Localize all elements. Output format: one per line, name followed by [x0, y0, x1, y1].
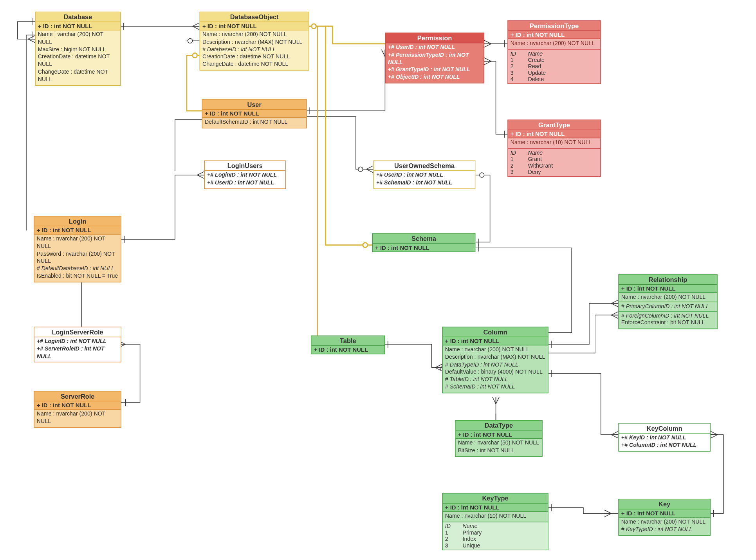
entity-pk: + ID : int NOT NULL [508, 130, 600, 138]
entity-permission[interactable]: Permission +# UserID : int NOT NULL +# P… [385, 33, 484, 83]
entity-pk: + ID : int NOT NULL [202, 110, 306, 118]
entity-user[interactable]: User + ID : int NOT NULL DefaultSchemaID… [202, 99, 307, 128]
entity-title: Permission [386, 33, 484, 43]
entity-attrs: +# KeyID : int NOT NULL +# ColumnID : in… [619, 434, 710, 451]
entity-title: DatabaseObject [200, 12, 309, 22]
entity-pk: + ID : int NOT NULL [443, 504, 548, 512]
entity-pk: + ID : int NOT NULL [619, 509, 710, 518]
entity-pk: + ID : int NOT NULL [456, 431, 542, 439]
entity-attrs: +# LoginID : int NOT NULL +# ServerRoleI… [34, 337, 121, 362]
entity-table[interactable]: Table + ID : int NOT NULL [311, 336, 385, 354]
entity-title: ServerRole [34, 392, 121, 401]
entity-attrs: DefaultSchemaID : int NOT NULL [202, 118, 306, 128]
entity-key[interactable]: Key + ID : int NOT NULL Name : nvarchar … [618, 499, 710, 535]
entity-attrs: +# LoginID : int NOT NULL +# UserID : in… [205, 171, 285, 188]
entity-attrs: Name : nvarchar (200) NOT NULL Descripti… [443, 345, 548, 393]
entity-attrs: Name : nvarchar (200) NOT NULL Descripti… [200, 30, 309, 70]
entity-loginserverrole[interactable]: LoginServerRole +# LoginID : int NOT NUL… [34, 327, 121, 363]
entity-attrs: Name : nvarchar (10) NOT NULL [443, 512, 548, 522]
entity-title: Schema [373, 234, 475, 244]
entity-rows: IDName 1Grant 2WithGrant 3Deny [508, 148, 600, 176]
entity-title: Login [34, 217, 121, 226]
entity-title: KeyColumn [619, 424, 710, 434]
entity-granttype[interactable]: GrantType + ID : int NOT NULL Name : nva… [507, 119, 601, 177]
entity-loginusers[interactable]: LoginUsers +# LoginID : int NOT NULL +# … [204, 161, 286, 189]
entity-title: PermissionType [508, 21, 600, 31]
entity-attrs: Name : nvarchar (200) NOT NULL # KeyType… [619, 518, 710, 535]
entity-schema[interactable]: Schema + ID : int NOT NULL [372, 233, 476, 252]
entity-datatype[interactable]: DataType + ID : int NOT NULL Name : nvar… [455, 420, 543, 457]
entity-permissiontype[interactable]: PermissionType + ID : int NOT NULL Name … [507, 20, 601, 84]
entity-attrs: Name : nvarchar (50) NOT NULL BitSize : … [456, 439, 542, 456]
entity-attrs: Name : nvarchar (200) NOT NULL Password … [34, 235, 121, 282]
entity-attrs: Name : nvarchar (200) NOT NULL [34, 410, 121, 427]
entity-rows: IDName 1Primary 2Index 3Unique [443, 522, 548, 550]
entity-keycolumn[interactable]: KeyColumn +# KeyID : int NOT NULL +# Col… [618, 423, 710, 451]
entity-keytype[interactable]: KeyType + ID : int NOT NULL Name : nvarc… [442, 493, 548, 550]
entity-attrs: Name : nvarchar (200) NOT NULL [508, 39, 600, 49]
entity-title: LoginUsers [205, 161, 285, 171]
entity-pk: + ID : int NOT NULL [36, 22, 120, 31]
entity-pk: + ID : int NOT NULL [508, 31, 600, 39]
entity-title: User [202, 100, 306, 110]
entity-title: Column [443, 327, 548, 337]
entity-pk: + ID : int NOT NULL [34, 401, 121, 410]
entity-pk: + ID : int NOT NULL [34, 226, 121, 235]
entity-column[interactable]: Column + ID : int NOT NULL Name : nvarch… [442, 327, 548, 393]
entity-attrs: +# UserID : int NOT NULL +# SchemaID : i… [374, 171, 475, 188]
entity-pk: + ID : int NOT NULL [443, 337, 548, 345]
entity-title: DataType [456, 421, 542, 430]
entity-title: UserOwnedSchema [374, 161, 475, 171]
entity-title: Table [312, 336, 384, 346]
entity-attrs: Name : varchar (200) NOT NULL MaxSize : … [36, 30, 120, 85]
entity-pk: + ID : int NOT NULL [619, 285, 717, 293]
entity-rows: IDName 1Create 2Read 3Update 4Delete [508, 49, 600, 83]
entity-title: LoginServerRole [34, 327, 121, 337]
entity-attrs: Name : nvarchar (10) NOT NULL [508, 138, 600, 148]
entity-pk: + ID : int NOT NULL [373, 244, 475, 251]
entity-title: GrantType [508, 120, 600, 130]
entity-attrs: +# UserID : int NOT NULL +# PermissionTy… [386, 43, 484, 83]
entity-title: Key [619, 499, 710, 509]
entity-relationship[interactable]: Relationship + ID : int NOT NULL Name : … [618, 274, 717, 329]
entity-serverrole[interactable]: ServerRole + ID : int NOT NULL Name : nv… [34, 391, 121, 427]
entity-userownedschema[interactable]: UserOwnedSchema +# UserID : int NOT NULL… [373, 161, 476, 189]
entity-title: KeyType [443, 494, 548, 504]
entity-attrs: Name : nvarchar (200) NOT NULL # Primary… [619, 293, 717, 329]
entity-title: Database [36, 12, 120, 22]
entity-databaseobject[interactable]: DatabaseObject + ID : int NOT NULL Name … [200, 12, 309, 71]
entity-login[interactable]: Login + ID : int NOT NULL Name : nvarcha… [34, 216, 121, 282]
entity-database[interactable]: Database + ID : int NOT NULL Name : varc… [35, 12, 121, 86]
entity-pk: + ID : int NOT NULL [200, 22, 309, 31]
entity-title: Relationship [619, 275, 717, 285]
entity-pk: + ID : int NOT NULL [312, 346, 384, 354]
